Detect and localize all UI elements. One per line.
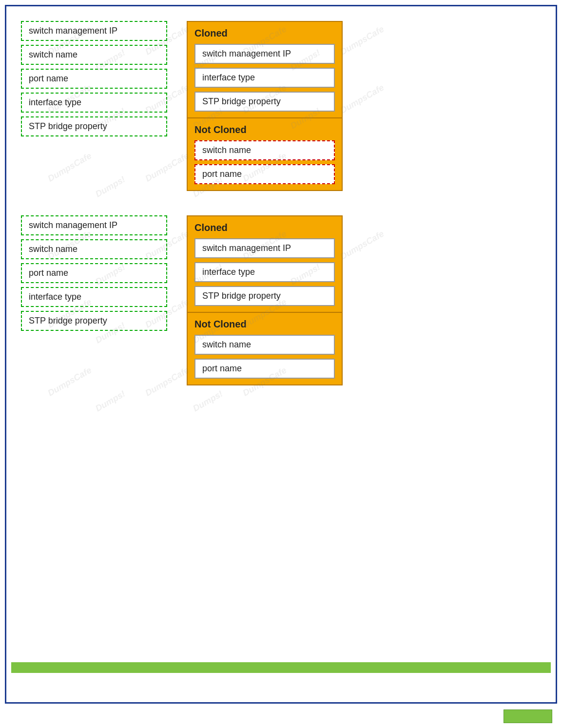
section-2: switch management IP switch name port na… bbox=[21, 215, 541, 385]
content-area: switch management IP switch name port na… bbox=[6, 6, 556, 424]
section1-right-col: Cloned switch management IP interface ty… bbox=[187, 21, 343, 191]
section1-not-cloned-title: Not Cloned bbox=[194, 124, 335, 135]
section2-not-cloned-panel: Not Cloned switch name port name bbox=[187, 313, 343, 385]
s2-field-port-name: port name bbox=[21, 263, 167, 283]
s2-cloned-field-1: switch management IP bbox=[194, 238, 335, 258]
s2-field-stp-bridge: STP bridge property bbox=[21, 311, 167, 331]
section1-cloned-title: Cloned bbox=[194, 28, 335, 39]
s1-cloned-field-1: switch management IP bbox=[194, 44, 335, 64]
section-1: switch management IP switch name port na… bbox=[21, 21, 541, 191]
s2-field-switch-mgmt-ip: switch management IP bbox=[21, 215, 167, 235]
section2-not-cloned-title: Not Cloned bbox=[194, 319, 335, 330]
s1-field-interface-type: interface type bbox=[21, 93, 167, 113]
section1-not-cloned-panel: Not Cloned switch name port name bbox=[187, 118, 343, 191]
section2-cloned-title: Cloned bbox=[194, 222, 335, 233]
section1-left-col: switch management IP switch name port na… bbox=[21, 21, 167, 136]
s2-not-cloned-field-2: port name bbox=[194, 359, 335, 379]
section1-cloned-panel: Cloned switch management IP interface ty… bbox=[187, 21, 343, 118]
green-bar bbox=[11, 662, 551, 673]
s1-field-stp-bridge: STP bridge property bbox=[21, 116, 167, 136]
s2-cloned-field-2: interface type bbox=[194, 262, 335, 282]
s1-not-cloned-field-1: switch name bbox=[194, 140, 335, 160]
s2-not-cloned-field-1: switch name bbox=[194, 335, 335, 355]
small-green-rect bbox=[504, 709, 552, 723]
s2-field-switch-name: switch name bbox=[21, 239, 167, 259]
s1-not-cloned-field-2: port name bbox=[194, 164, 335, 184]
s1-cloned-field-2: interface type bbox=[194, 68, 335, 88]
s1-field-port-name: port name bbox=[21, 69, 167, 89]
s2-field-interface-type: interface type bbox=[21, 287, 167, 307]
s1-cloned-field-3: STP bridge property bbox=[194, 92, 335, 112]
section2-cloned-panel: Cloned switch management IP interface ty… bbox=[187, 215, 343, 313]
s1-field-switch-name: switch name bbox=[21, 45, 167, 65]
section2-right-col: Cloned switch management IP interface ty… bbox=[187, 215, 343, 385]
s2-cloned-field-3: STP bridge property bbox=[194, 286, 335, 306]
s1-field-switch-mgmt-ip: switch management IP bbox=[21, 21, 167, 41]
section2-left-col: switch management IP switch name port na… bbox=[21, 215, 167, 331]
